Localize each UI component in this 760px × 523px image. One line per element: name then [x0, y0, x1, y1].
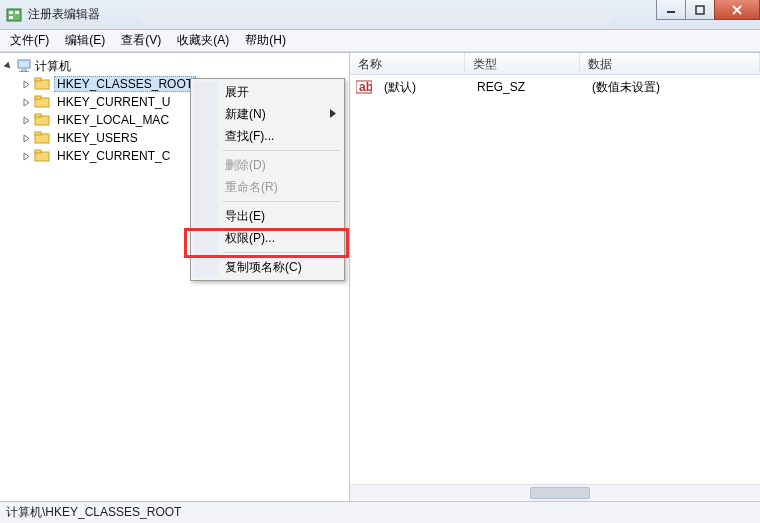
folder-icon: [34, 95, 50, 109]
menu-view[interactable]: 查看(V): [113, 30, 169, 51]
svg-rect-3: [15, 11, 19, 14]
svg-rect-20: [35, 150, 41, 153]
maximize-button[interactable]: [685, 0, 715, 20]
tree-item-label: HKEY_CLASSES_ROOT: [54, 76, 196, 92]
svg-rect-2: [9, 16, 13, 19]
menu-edit[interactable]: 编辑(E): [57, 30, 113, 51]
status-path: 计算机\HKEY_CLASSES_ROOT: [6, 504, 181, 521]
tree-item-label: HKEY_CURRENT_C: [54, 148, 173, 164]
list-body: ab (默认) REG_SZ (数值未设置): [350, 75, 760, 99]
ctx-permissions[interactable]: 权限(P)...: [193, 227, 342, 249]
svg-rect-0: [7, 9, 21, 21]
menu-help[interactable]: 帮助(H): [237, 30, 294, 51]
scrollbar-thumb[interactable]: [530, 487, 590, 499]
ctx-new-label: 新建(N): [225, 106, 266, 123]
col-header-name[interactable]: 名称: [350, 53, 465, 74]
ctx-export[interactable]: 导出(E): [193, 205, 342, 227]
collapse-icon[interactable]: [2, 60, 14, 72]
menubar: 文件(F) 编辑(E) 查看(V) 收藏夹(A) 帮助(H): [0, 30, 760, 52]
svg-rect-10: [19, 71, 29, 72]
expand-icon[interactable]: [20, 114, 32, 126]
minimize-button[interactable]: [656, 0, 686, 20]
context-menu: 展开 新建(N) 查找(F)... 删除(D) 重命名(R) 导出(E) 权限(…: [190, 78, 345, 281]
main-split: 计算机 HKEY_CLASSES_ROOT HKEY_CURRENT_U HKE…: [0, 52, 760, 501]
svg-rect-18: [35, 132, 41, 135]
tree-root[interactable]: 计算机: [2, 57, 347, 75]
computer-icon: [16, 59, 32, 73]
value-pane: 名称 类型 数据 ab (默认) REG_SZ (数值未设置): [350, 53, 760, 501]
ctx-find[interactable]: 查找(F)...: [193, 125, 342, 147]
svg-rect-16: [35, 114, 41, 117]
svg-rect-12: [35, 78, 41, 81]
ctx-new[interactable]: 新建(N): [193, 103, 342, 125]
svg-rect-14: [35, 96, 41, 99]
ctx-copy-key-name[interactable]: 复制项名称(C): [193, 256, 342, 278]
expand-icon[interactable]: [20, 150, 32, 162]
close-icon: [731, 5, 743, 15]
folder-icon: [34, 149, 50, 163]
expand-icon[interactable]: [20, 132, 32, 144]
ctx-separator: [223, 201, 340, 202]
ctx-rename: 重命名(R): [193, 176, 342, 198]
svg-rect-8: [18, 60, 30, 68]
window-controls: [657, 0, 760, 20]
svg-rect-1: [9, 11, 13, 14]
list-header: 名称 类型 数据: [350, 53, 760, 75]
menu-file[interactable]: 文件(F): [2, 30, 57, 51]
cell-data: (数值未设置): [584, 79, 760, 96]
horizontal-scrollbar[interactable]: [350, 484, 760, 501]
expand-icon[interactable]: [20, 96, 32, 108]
close-button[interactable]: [714, 0, 760, 20]
regedit-icon: [6, 7, 22, 23]
tree-item-label: HKEY_USERS: [54, 130, 141, 146]
ctx-delete: 删除(D): [193, 154, 342, 176]
svg-text:ab: ab: [359, 80, 372, 94]
cell-name: (默认): [376, 79, 469, 96]
ctx-separator: [223, 150, 340, 151]
expand-icon[interactable]: [20, 78, 32, 90]
menu-favorites[interactable]: 收藏夹(A): [169, 30, 237, 51]
svg-rect-5: [696, 6, 704, 14]
minimize-icon: [666, 5, 676, 15]
cell-type: REG_SZ: [469, 80, 584, 94]
maximize-icon: [695, 5, 705, 15]
tree-item-label: HKEY_LOCAL_MAC: [54, 112, 172, 128]
list-row[interactable]: ab (默认) REG_SZ (数值未设置): [350, 78, 760, 96]
ctx-separator: [223, 252, 340, 253]
string-value-icon: ab: [356, 80, 372, 94]
window-title: 注册表编辑器: [28, 6, 100, 23]
tree-item-label: HKEY_CURRENT_U: [54, 94, 173, 110]
col-header-data[interactable]: 数据: [580, 53, 760, 74]
ctx-expand[interactable]: 展开: [193, 81, 342, 103]
submenu-arrow-icon: [330, 109, 336, 118]
folder-icon: [34, 77, 50, 91]
tree-root-label: 计算机: [32, 57, 74, 76]
folder-icon: [34, 113, 50, 127]
background-blur: [140, 6, 610, 24]
titlebar: 注册表编辑器: [0, 0, 760, 30]
svg-rect-9: [21, 69, 27, 71]
col-header-type[interactable]: 类型: [465, 53, 580, 74]
statusbar: 计算机\HKEY_CLASSES_ROOT: [0, 501, 760, 523]
folder-icon: [34, 131, 50, 145]
